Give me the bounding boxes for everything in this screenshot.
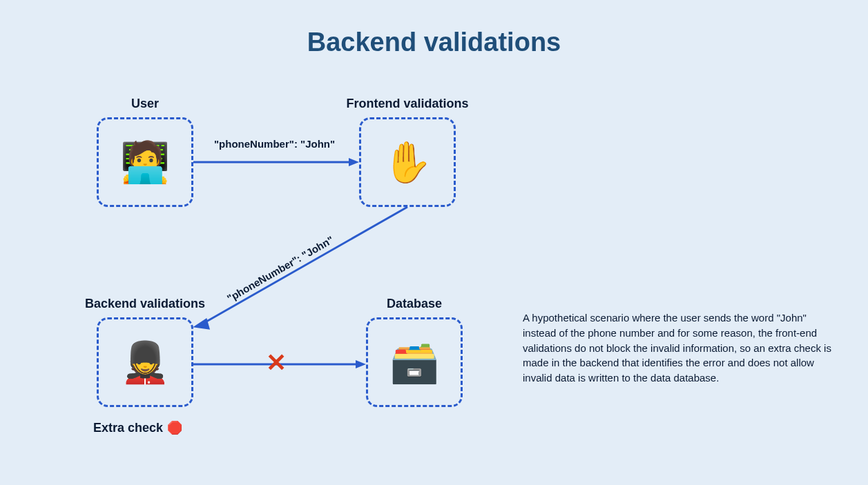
edge-label-user-frontend: "phoneNumber": "John" <box>214 138 335 150</box>
diagram-description: A hypothetical scenario where the user s… <box>523 310 840 386</box>
arrow-frontend-to-backend <box>193 207 414 331</box>
diagram-title: Backend validations <box>0 28 868 57</box>
node-user-label: User <box>90 97 200 111</box>
database-icon: 🗃️ <box>389 339 439 386</box>
svg-line-2 <box>202 207 407 324</box>
extra-check-label: Extra check 🛑 <box>93 421 181 435</box>
blocked-x-icon: ✕ <box>266 350 287 375</box>
user-icon: 🧑‍💻 <box>120 139 170 186</box>
node-user-box: 🧑‍💻 <box>97 117 193 207</box>
node-frontend-label: Frontend validations <box>331 97 483 111</box>
node-frontend-box: ✋ <box>359 117 456 207</box>
stop-sign-icon: 🛑 <box>167 422 181 435</box>
arrow-user-to-frontend <box>193 155 359 169</box>
extra-check-text: Extra check <box>93 421 163 435</box>
guard-icon: 💂 <box>120 339 170 386</box>
svg-marker-3 <box>193 316 211 329</box>
hand-icon: ✋ <box>383 139 432 186</box>
svg-marker-5 <box>356 360 366 368</box>
node-backend-box: 💂 <box>97 317 193 407</box>
svg-marker-1 <box>349 158 359 166</box>
